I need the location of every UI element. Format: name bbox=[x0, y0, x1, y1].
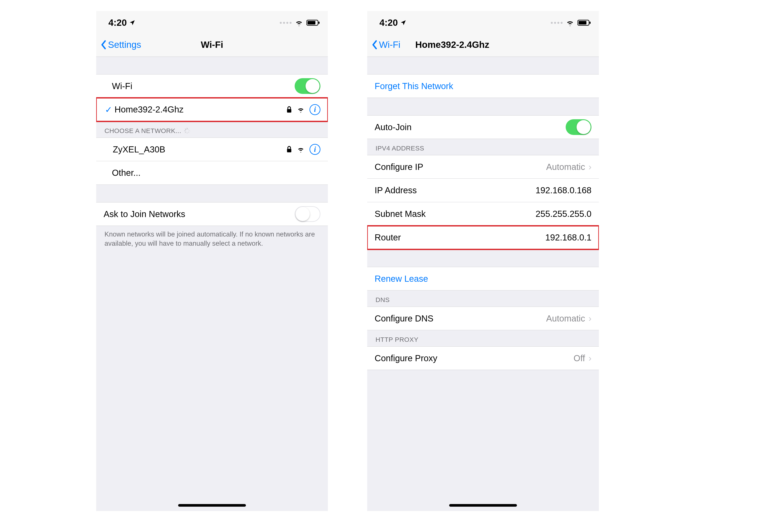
location-arrow-icon bbox=[400, 19, 406, 26]
ask-to-join-footer: Known networks will be joined automatica… bbox=[96, 226, 328, 252]
router-label: Router bbox=[375, 233, 401, 242]
ip-address-label: IP Address bbox=[375, 185, 417, 195]
chevron-left-icon bbox=[372, 40, 378, 49]
svg-rect-14 bbox=[578, 21, 586, 24]
info-icon[interactable]: i bbox=[310, 104, 321, 115]
status-time: 4:20 bbox=[108, 17, 127, 28]
wifi-toggle-label: Wi-Fi bbox=[112, 81, 132, 91]
autojoin-toggle[interactable] bbox=[566, 119, 591, 135]
ask-to-join-label: Ask to Join Networks bbox=[104, 209, 185, 219]
dns-header: DNS bbox=[367, 290, 599, 307]
spinner-icon bbox=[184, 128, 190, 134]
back-label: Wi-Fi bbox=[379, 40, 400, 50]
configure-ip-label: Configure IP bbox=[375, 162, 423, 172]
status-right bbox=[280, 19, 320, 26]
svg-line-10 bbox=[185, 132, 186, 133]
ask-to-join-row: Ask to Join Networks bbox=[96, 202, 328, 226]
configure-ip-row[interactable]: Configure IP Automatic › bbox=[367, 155, 599, 179]
proxy-header: HTTP PROXY bbox=[367, 330, 599, 346]
forget-network-label: Forget This Network bbox=[375, 81, 453, 91]
configure-dns-value: Automatic bbox=[546, 314, 585, 324]
status-time-group: 4:20 bbox=[108, 17, 136, 28]
subnet-value: 255.255.255.0 bbox=[535, 209, 591, 219]
network-name: ZyXEL_A30B bbox=[112, 144, 165, 154]
network-row-right: i bbox=[286, 144, 321, 155]
location-arrow-icon bbox=[129, 19, 136, 26]
status-time: 4:20 bbox=[380, 17, 398, 28]
home-indicator[interactable] bbox=[449, 504, 517, 507]
other-label: Other... bbox=[112, 168, 141, 178]
paging-dots-icon bbox=[280, 22, 292, 24]
svg-rect-15 bbox=[589, 22, 591, 24]
battery-icon bbox=[577, 19, 591, 26]
chevron-right-icon: › bbox=[589, 162, 591, 172]
checkmark-icon: ✓ bbox=[104, 105, 114, 115]
wifi-toggle[interactable] bbox=[295, 78, 321, 94]
svg-rect-2 bbox=[319, 22, 320, 24]
configure-proxy-row[interactable]: Configure Proxy Off › bbox=[367, 346, 599, 370]
svg-line-8 bbox=[185, 129, 186, 130]
svg-rect-12 bbox=[287, 149, 291, 152]
page-title: Home392-2.4Ghz bbox=[415, 40, 489, 50]
configure-dns-label: Configure DNS bbox=[375, 314, 433, 324]
nav-bar: Settings Wi-Fi bbox=[96, 33, 328, 57]
ipv4-header: IPV4 ADDRESS bbox=[367, 139, 599, 155]
back-button[interactable]: Wi-Fi bbox=[372, 40, 400, 50]
configure-ip-value: Automatic bbox=[546, 162, 585, 172]
ip-address-value: 192.168.0.168 bbox=[535, 185, 591, 195]
info-icon[interactable]: i bbox=[310, 144, 321, 155]
wifi-icon bbox=[295, 19, 304, 26]
lock-icon bbox=[286, 146, 292, 153]
wifi-strength-icon bbox=[297, 146, 305, 152]
spacer bbox=[96, 57, 328, 74]
configure-proxy-value: Off bbox=[573, 353, 585, 363]
forget-network-row[interactable]: Forget This Network bbox=[367, 74, 599, 98]
autojoin-row: Auto-Join bbox=[367, 115, 599, 139]
paging-dots-icon bbox=[551, 22, 563, 24]
svg-line-9 bbox=[188, 132, 189, 133]
svg-line-11 bbox=[188, 129, 189, 130]
svg-rect-1 bbox=[308, 21, 316, 24]
choose-network-header: CHOOSE A NETWORK... bbox=[96, 122, 328, 137]
svg-rect-3 bbox=[287, 109, 291, 113]
spacer bbox=[96, 185, 328, 202]
configure-proxy-label: Configure Proxy bbox=[375, 353, 437, 363]
spacer bbox=[367, 98, 599, 115]
battery-icon bbox=[307, 19, 320, 26]
connected-network-row[interactable]: ✓ Home392-2.4Ghz i bbox=[96, 98, 328, 122]
network-row-right: i bbox=[286, 104, 321, 115]
ask-to-join-toggle[interactable] bbox=[295, 206, 321, 222]
spacer bbox=[367, 249, 599, 267]
home-indicator[interactable] bbox=[178, 504, 246, 507]
nav-bar: Wi-Fi Home392-2.4Ghz bbox=[367, 33, 599, 57]
wifi-toggle-row: Wi-Fi bbox=[96, 74, 328, 98]
other-network-row[interactable]: Other... bbox=[96, 161, 328, 185]
configure-dns-row[interactable]: Configure DNS Automatic › bbox=[367, 307, 599, 330]
network-row[interactable]: ZyXEL_A30B i bbox=[96, 137, 328, 161]
connected-network-name: Home392-2.4Ghz bbox=[114, 105, 184, 115]
status-bar: 4:20 bbox=[96, 11, 328, 33]
back-button[interactable]: Settings bbox=[101, 40, 141, 50]
status-bar: 4:20 bbox=[367, 11, 599, 33]
renew-lease-label: Renew Lease bbox=[375, 274, 428, 284]
chevron-right-icon: › bbox=[589, 314, 591, 324]
chevron-left-icon bbox=[101, 40, 107, 49]
autojoin-label: Auto-Join bbox=[375, 122, 411, 132]
router-row: Router 192.168.0.1 bbox=[367, 226, 599, 249]
wifi-strength-icon bbox=[297, 107, 305, 113]
router-value: 192.168.0.1 bbox=[545, 233, 591, 242]
lock-icon bbox=[286, 106, 292, 113]
subnet-label: Subnet Mask bbox=[375, 209, 425, 219]
spacer bbox=[367, 57, 599, 74]
subnet-row: Subnet Mask 255.255.255.0 bbox=[367, 202, 599, 226]
phone-wifi-list: 4:20 Settings Wi-Fi Wi-Fi bbox=[96, 11, 328, 511]
chevron-right-icon: › bbox=[589, 353, 591, 363]
renew-lease-row[interactable]: Renew Lease bbox=[367, 267, 599, 290]
back-label: Settings bbox=[108, 40, 141, 50]
ip-address-row: IP Address 192.168.0.168 bbox=[367, 179, 599, 202]
status-right bbox=[551, 19, 591, 26]
wifi-icon bbox=[566, 19, 574, 26]
status-time-group: 4:20 bbox=[380, 17, 406, 28]
phone-wifi-detail: 4:20 Wi-Fi Home392-2.4Ghz Forget This Ne… bbox=[367, 11, 599, 511]
choose-network-text: CHOOSE A NETWORK... bbox=[105, 127, 181, 134]
